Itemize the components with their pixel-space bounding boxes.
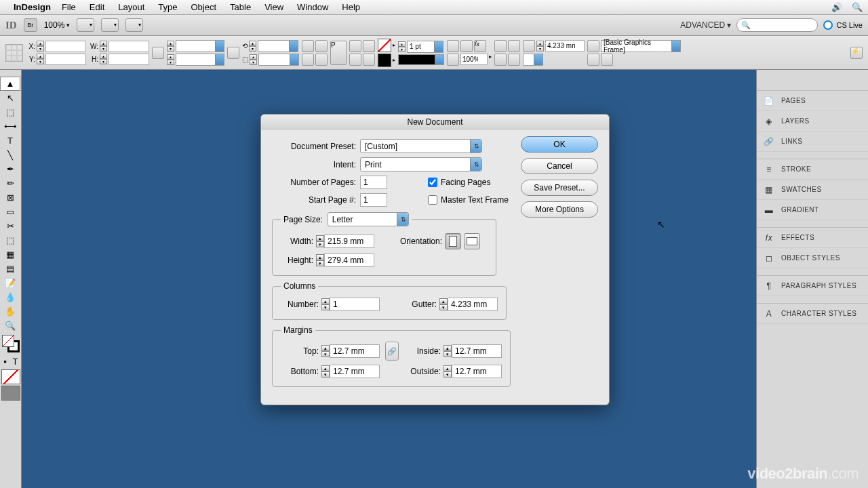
margin-inside-stepper[interactable]: ▴▾ [443,345,452,357]
text-wrap-shape-icon[interactable] [494,54,507,66]
orientation-landscape-button[interactable] [464,233,480,249]
gutter-input[interactable] [448,298,498,311]
text-wrap-jump-icon[interactable] [508,54,520,66]
fill-swatch[interactable] [378,39,391,52]
direct-selection-tool[interactable]: ↖ [0,91,20,105]
gap-tool[interactable]: ⟷ [0,119,20,134]
link-margins-button[interactable]: 🔗 [385,342,399,361]
panel-stroke[interactable]: ≡STROKE [757,159,868,180]
control-menu-icon[interactable]: ⚡ [850,47,863,59]
cs-live-button[interactable]: CS Live [823,20,863,30]
stroke-weight-input[interactable]: 1 pt [407,41,443,53]
x-stepper[interactable]: ▴▾ [37,41,44,52]
menu-file[interactable]: File [62,2,76,12]
corner-shape-select[interactable] [523,54,543,66]
gradient-feather-tool[interactable]: ▤ [0,262,20,276]
w-input[interactable] [108,41,149,52]
fill-stroke-swatch[interactable] [2,335,20,352]
gradient-swatch-tool[interactable]: ▦ [0,247,20,262]
y-input[interactable] [45,54,86,65]
menu-edit[interactable]: Edit [90,2,104,12]
drop-shadow-icon[interactable] [460,40,473,52]
h-input[interactable] [108,54,149,65]
margin-top-stepper[interactable]: ▴▾ [321,345,330,357]
panel-gradient[interactable]: ▬GRADIENT [757,200,868,220]
select-container-icon[interactable] [349,40,361,52]
margin-top-input[interactable] [330,344,380,358]
panel-object-styles[interactable]: ◻OBJECT STYLES [757,248,868,268]
scale-y-stepper[interactable]: ▴▾ [167,54,174,65]
menu-window[interactable]: Window [297,2,328,12]
panel-links[interactable]: 🔗LINKS [757,131,868,152]
flip-v-icon[interactable] [315,54,328,66]
apply-color-icon[interactable]: ▪ [0,354,10,369]
text-wrap-bbox-icon[interactable] [508,40,520,52]
corner-radius-input[interactable] [545,40,585,52]
note-tool[interactable]: 📝 [0,276,20,290]
facing-pages-check-icon[interactable] [428,178,437,187]
scissors-tool[interactable]: ✂ [0,219,20,233]
rotate-stepper[interactable]: ▴▾ [249,41,256,52]
panel-swatches[interactable]: ▦SWATCHES [757,180,868,200]
new-style-icon[interactable] [601,54,613,66]
rectangle-tool[interactable]: ▭ [0,205,20,219]
facing-pages-checkbox[interactable]: Facing Pages [428,178,490,187]
menu-object[interactable]: Object [191,2,217,12]
corner-stepper[interactable]: ▴▾ [536,41,544,52]
line-tool[interactable]: ╲ [0,148,20,162]
flip-h-icon[interactable] [302,54,314,66]
master-frame-checkbox[interactable]: Master Text Frame [428,195,509,205]
rectangle-frame-tool[interactable]: ⊠ [0,190,20,205]
menu-layout[interactable]: Layout [118,2,144,12]
panel-paragraph-styles[interactable]: ¶PARAGRAPH STYLES [757,276,868,296]
free-transform-tool[interactable]: ⬚ [0,233,20,247]
margin-outside-input[interactable] [452,365,502,378]
rotate-ccw-icon[interactable] [315,40,328,52]
width-stepper[interactable]: ▴▾ [316,235,324,247]
page-size-select[interactable]: Letter [328,212,409,226]
start-page-input[interactable] [360,193,387,207]
stroke-weight-stepper[interactable]: ▴▾ [398,41,406,52]
eyedropper-tool[interactable]: 💧 [0,290,20,304]
gutter-stepper[interactable]: ▴▾ [439,298,448,310]
shear-input[interactable] [258,54,299,66]
menu-help[interactable]: Help [342,2,360,12]
num-pages-input[interactable] [360,176,387,189]
master-frame-check-icon[interactable] [428,195,437,205]
reference-point-grid[interactable] [5,44,23,62]
panel-character-styles[interactable]: ACHARACTER STYLES [757,304,868,324]
hand-tool[interactable]: ✋ [0,304,20,319]
opacity-input[interactable] [460,54,488,65]
scale-x-input[interactable] [176,40,224,52]
object-style-select[interactable]: [Basic Graphics Frame] [601,40,681,52]
intent-select[interactable]: Print [360,157,482,171]
stroke-style-select[interactable] [398,54,444,65]
select-next-icon[interactable] [363,54,375,66]
height-stepper[interactable]: ▴▾ [316,254,324,266]
shear-stepper[interactable]: ▴▾ [250,54,257,65]
scale-y-input[interactable] [176,54,224,66]
panel-layers[interactable]: ◈LAYERS [757,111,868,131]
page-tool[interactable]: ⬚ [0,105,20,119]
constrain-proportions-icon[interactable] [152,47,164,59]
type-tool[interactable]: T [0,134,20,148]
apply-none-icon[interactable] [1,369,20,384]
margin-inside-input[interactable] [452,344,502,358]
workspace-switcher[interactable]: ADVANCED ▾ [680,20,731,30]
zoom-tool[interactable]: 🔍 [0,319,20,333]
x-input[interactable] [45,41,86,52]
margin-bottom-stepper[interactable]: ▴▾ [321,365,330,378]
pencil-tool[interactable]: ✏ [0,176,20,190]
preset-select[interactable]: [Custom] [360,139,482,153]
corner-options-icon[interactable] [523,40,535,52]
help-search-input[interactable]: 🔍 [736,18,818,32]
constrain-scale-icon[interactable] [227,47,239,59]
height-input[interactable] [324,253,374,267]
panel-effects[interactable]: fxEFFECTS [757,228,868,248]
menu-view[interactable]: View [264,2,283,12]
orientation-portrait-button[interactable] [445,233,461,249]
panel-pages[interactable]: 📄PAGES [757,91,868,111]
fill-color-icon[interactable] [2,335,14,347]
zoom-level[interactable]: 100% [44,20,65,30]
view-options-1[interactable] [77,18,94,32]
